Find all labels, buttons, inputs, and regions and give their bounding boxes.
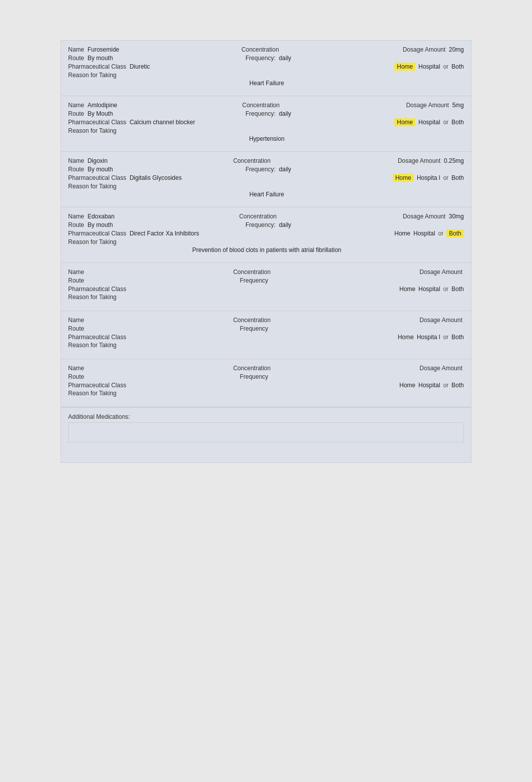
route-value: By mouth <box>88 166 113 173</box>
pharma-field: Pharmaceutical Class Digitalis Glycoside… <box>68 174 182 181</box>
dosage-label: Dosage Amount <box>403 46 445 53</box>
home-highlight: Home <box>394 63 415 71</box>
reason-row: Reason for Taking <box>68 238 464 245</box>
location-group: Home Hospital or Both <box>399 382 464 389</box>
hospital-label: Hospital <box>418 286 440 293</box>
both-label: Both <box>451 382 464 389</box>
or-label: or <box>443 382 449 389</box>
name-field: Name Furosemide <box>68 46 119 53</box>
concentration-field: Concentration <box>86 316 420 324</box>
medication-card-4: Name Edoxaban Concentration Dosage Amoun… <box>61 207 471 263</box>
concentration-label: Concentration <box>233 317 271 324</box>
reason-label: Reason for Taking <box>68 390 117 397</box>
mid-row: Route By mouth Frequency: daily <box>68 54 464 62</box>
hospital-label: Hospita l <box>417 174 440 181</box>
frequency-field: Frequency <box>86 325 424 332</box>
mid-row: Route Frequency <box>68 325 464 332</box>
location-group: Home Hospital or Both <box>394 118 464 126</box>
reason-value-row: Heart Failure <box>68 80 464 87</box>
home-highlight: Home <box>394 118 415 126</box>
location-group: Home Hospital or Both <box>399 286 464 293</box>
pharma-row: Pharmaceutical Class Diuretic Home Hospi… <box>68 63 464 71</box>
mid-row: Route Frequency <box>68 373 464 380</box>
medication-card-6: Name Concentration Dosage Amount Route F… <box>61 311 471 359</box>
pharma-field: Pharmaceutical Class Diuretic <box>68 63 150 70</box>
dosage-value: 30mg <box>449 213 464 220</box>
mid-row: Route By mouth Frequency: daily <box>68 221 464 228</box>
dosage-label: Dosage Amount <box>420 365 462 372</box>
dosage-label: Dosage Amount <box>420 269 462 276</box>
route-label: Route <box>68 373 84 380</box>
both-label: Both <box>451 63 464 70</box>
route-label: Route <box>68 110 84 117</box>
reason-value-row: Heart Failure <box>68 191 464 198</box>
pharma-row: Pharmaceutical Class Direct Factor Xa In… <box>68 229 464 237</box>
dosage-field: Dosage Amount 20mg <box>403 46 464 53</box>
name-field: Name <box>68 316 86 324</box>
frequency-label: Frequency: <box>245 166 276 173</box>
concentration-field: Concentration <box>108 157 398 164</box>
mid-row: Route Frequency <box>68 277 464 284</box>
hospital-label: Hospital <box>418 63 440 70</box>
route-field: Route <box>68 325 86 332</box>
concentration-field: Concentration <box>115 212 403 220</box>
pharma-row: Pharmaceutical Class Digitalis Glycoside… <box>68 174 464 182</box>
both-label: Both <box>451 174 464 181</box>
name-value: Furosemide <box>88 46 119 53</box>
frequency-value: daily <box>279 221 292 228</box>
frequency-field: Frequency <box>86 373 424 380</box>
dosage-field: Dosage Amount <box>420 316 464 324</box>
both-label: Both <box>451 119 464 126</box>
name-label: Name <box>68 269 84 276</box>
route-label: Route <box>68 325 84 332</box>
frequency-label: Frequency: <box>245 110 276 117</box>
both-label: Both <box>451 334 464 341</box>
name-label: Name <box>68 46 84 53</box>
reason-row: Reason for Taking <box>68 342 464 349</box>
reason-label: Reason for Taking <box>68 238 117 245</box>
concentration-label: Concentration <box>233 365 271 372</box>
pharma-row: Pharmaceutical Class Home Hospital or Bo… <box>68 381 464 389</box>
dosage-label: Dosage Amount <box>403 213 445 220</box>
reason-row: Reason for Taking <box>68 390 464 397</box>
both-label: Both <box>451 286 464 293</box>
name-label: Name <box>68 102 84 109</box>
hospital-label: Hospital <box>418 119 440 126</box>
reason-value-row: Prevention of blood clots in patients wi… <box>68 246 464 253</box>
frequency-value: daily <box>279 166 292 173</box>
concentration-field: Concentration <box>86 364 420 372</box>
route-field: Route <box>68 373 86 380</box>
frequency-field: Frequency: daily <box>113 221 424 228</box>
home-highlight: Home <box>393 174 414 182</box>
additional-medications-section: Additional Medications: <box>61 407 471 463</box>
route-label: Route <box>68 55 84 62</box>
route-label: Route <box>68 277 84 284</box>
reason-value: Hypertension <box>249 135 285 142</box>
name-field: Name Digoxin <box>68 157 108 164</box>
name-field: Name <box>68 268 86 276</box>
route-value: By mouth <box>88 221 113 228</box>
reason-label: Reason for Taking <box>68 127 117 134</box>
or-label: or <box>443 119 449 126</box>
name-field: Name Edoxaban <box>68 212 115 220</box>
mid-row: Route By Mouth Frequency: daily <box>68 110 464 117</box>
reason-row: Reason for Taking <box>68 72 464 79</box>
top-row: Name Concentration Dosage Amount <box>68 364 464 372</box>
pharma-value: Diuretic <box>130 63 150 70</box>
top-row: Name Furosemide Concentration Dosage Amo… <box>68 46 464 53</box>
route-field: Route By mouth <box>68 221 113 228</box>
pharma-row: Pharmaceutical Class Home Hospital or Bo… <box>68 285 464 293</box>
reason-row: Reason for Taking <box>68 183 464 190</box>
pharma-field: Pharmaceutical Class <box>68 333 128 341</box>
concentration-field: Concentration <box>86 268 420 276</box>
top-row: Name Edoxaban Concentration Dosage Amoun… <box>68 212 464 220</box>
location-group: Home Hospita l or Both <box>398 334 464 341</box>
pharma-row: Pharmaceutical Class Home Hospita l or B… <box>68 333 464 341</box>
both-highlight: Both <box>446 229 464 237</box>
name-label: Name <box>68 317 84 324</box>
medication-card-5: Name Concentration Dosage Amount Route F… <box>61 263 471 311</box>
reason-value-row: Hypertension <box>68 135 464 142</box>
home-label: Home <box>394 230 410 237</box>
pharma-value: Digitalis Glycosides <box>130 174 182 181</box>
medication-card-3: Name Digoxin Concentration Dosage Amount… <box>61 152 471 207</box>
